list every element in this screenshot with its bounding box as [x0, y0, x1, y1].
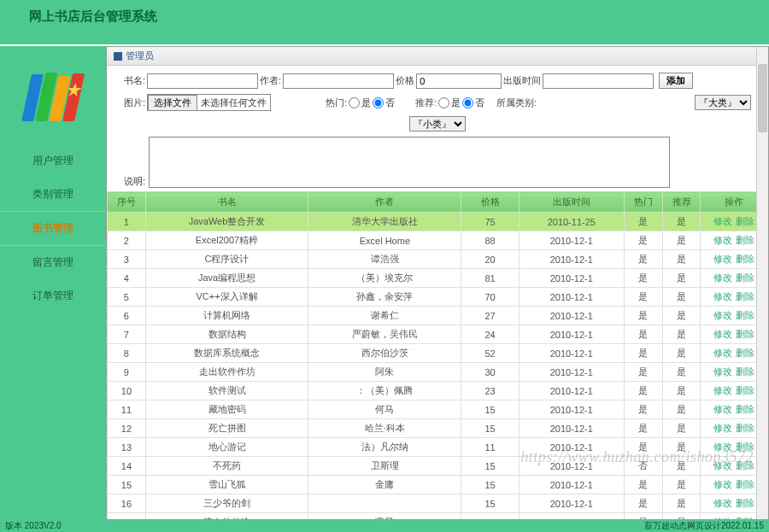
rec-no-radio[interactable] — [462, 97, 473, 108]
cell: 是 — [624, 213, 662, 231]
edit-link[interactable]: 修改 — [713, 254, 732, 264]
edit-link[interactable]: 修改 — [713, 329, 732, 339]
cell: 阿朱 — [308, 363, 461, 382]
table-row[interactable]: 12死亡拼图哈兰·科本152010-12-1是是修改删除 — [108, 419, 768, 438]
cell: 是 — [662, 213, 701, 231]
logo — [0, 55, 106, 136]
delete-link[interactable]: 删除 — [736, 235, 754, 245]
scrollbar[interactable] — [756, 47, 768, 519]
cell: 是 — [624, 400, 662, 419]
delete-link[interactable]: 删除 — [736, 254, 754, 264]
table-row[interactable]: 16三少爷的剑152010-12-1是是修改删除 — [108, 494, 768, 513]
cell: 2010-12-1 — [519, 325, 624, 344]
table-row[interactable]: 9走出软件作坊阿朱302010-12-1是是修改删除 — [108, 363, 768, 382]
cell: 88 — [461, 231, 519, 250]
delete-link[interactable]: 删除 — [736, 404, 754, 414]
delete-link[interactable]: 删除 — [736, 479, 754, 489]
cell: 10 — [108, 382, 146, 400]
delete-link[interactable]: 删除 — [736, 517, 754, 519]
cell: 8 — [108, 344, 146, 363]
desc-textarea[interactable] — [149, 137, 670, 188]
delete-link[interactable]: 删除 — [736, 329, 754, 339]
edit-link[interactable]: 修改 — [713, 291, 732, 301]
cell: 2010-12-1 — [519, 250, 624, 269]
edit-link[interactable]: 修改 — [713, 441, 732, 452]
hot-yes-radio[interactable] — [349, 97, 360, 108]
delete-link[interactable]: 删除 — [736, 498, 754, 508]
name-label: 书名: — [124, 74, 145, 87]
add-button[interactable]: 添加 — [659, 73, 693, 89]
edit-link[interactable]: 修改 — [713, 385, 732, 395]
author-label: 作者: — [260, 74, 281, 87]
cell: 12 — [108, 419, 146, 438]
cell: 是 — [662, 382, 701, 400]
edit-link[interactable]: 修改 — [713, 366, 732, 377]
smallcat-select[interactable]: 『小类』 — [409, 116, 466, 132]
edit-link[interactable]: 修改 — [713, 235, 732, 245]
delete-link[interactable]: 删除 — [736, 216, 754, 226]
table-row[interactable]: 13地心游记法）凡尔纳112010-12-1是是修改删除 — [108, 438, 768, 457]
edit-link[interactable]: 修改 — [713, 517, 732, 519]
delete-link[interactable]: 删除 — [736, 385, 754, 395]
edit-link[interactable]: 修改 — [713, 216, 732, 226]
table-row[interactable]: 3C程序设计谭浩强202010-12-1是是修改删除 — [108, 250, 768, 269]
delete-link[interactable]: 删除 — [736, 423, 754, 433]
sidebar-item-orders[interactable]: 订单管理 — [0, 279, 106, 313]
cell: 西尔伯沙茨 — [308, 344, 461, 363]
scrollbar-thumb[interactable] — [758, 64, 767, 132]
sidebar-item-books[interactable]: 图书管理 — [0, 211, 106, 246]
delete-link[interactable]: 删除 — [736, 366, 754, 377]
edit-link[interactable]: 修改 — [713, 272, 732, 283]
table-row[interactable]: 7数据结构严蔚敏，吴伟民242010-12-1是是修改删除 — [108, 325, 768, 344]
delete-link[interactable]: 删除 — [736, 310, 754, 320]
table-row[interactable]: 5VC++深入详解孙鑫，余安萍702010-12-1是是修改删除 — [108, 288, 768, 307]
cell: C程序设计 — [145, 250, 308, 269]
table-row[interactable]: 1JavaWeb整合开发清华大学出版社752010-11-25是是修改删除 — [108, 213, 768, 231]
cell: 法）凡尔纳 — [308, 438, 461, 457]
table-row[interactable]: 6计算机网络谢希仁272010-12-1是是修改删除 — [108, 307, 768, 325]
pubtime-input[interactable] — [543, 73, 654, 89]
table-row[interactable]: 17流血的仕途曹昇162010-12-1是是修改删除 — [108, 513, 768, 520]
cell: 2010-12-1 — [519, 231, 624, 250]
delete-link[interactable]: 删除 — [736, 460, 754, 471]
cell: 是 — [662, 419, 701, 438]
delete-link[interactable]: 删除 — [736, 272, 754, 283]
price-input[interactable] — [416, 73, 502, 89]
col-header: 作者 — [308, 192, 461, 213]
sidebar-item-categories[interactable]: 类别管理 — [0, 178, 106, 211]
cell: 7 — [108, 325, 146, 344]
cell: 9 — [108, 363, 146, 382]
sidebar-item-users[interactable]: 用户管理 — [0, 144, 106, 178]
delete-link[interactable]: 删除 — [736, 441, 754, 452]
table-row[interactable]: 8数据库系统概念西尔伯沙茨522010-12-1是是修改删除 — [108, 344, 768, 363]
table-row[interactable]: 10软件测试：（美）佩腾232010-12-1是是修改删除 — [108, 382, 768, 400]
edit-link[interactable]: 修改 — [713, 348, 732, 358]
choose-file-button[interactable]: 选择文件 — [148, 95, 197, 111]
table-row[interactable]: 11藏地密码何马152010-12-1是是修改删除 — [108, 400, 768, 419]
panel-icon — [114, 52, 122, 61]
edit-link[interactable]: 修改 — [713, 404, 732, 414]
edit-link[interactable]: 修改 — [713, 423, 732, 433]
table-row[interactable]: 2Excel2007精粹Excel Home882010-12-1是是修改删除 — [108, 231, 768, 250]
table-row[interactable]: 4Java编程思想（美）埃克尔812010-12-1是是修改删除 — [108, 269, 768, 288]
edit-link[interactable]: 修改 — [713, 479, 732, 489]
bigcat-select[interactable]: 『大类』 — [695, 95, 751, 110]
edit-link[interactable]: 修改 — [713, 498, 732, 508]
edit-link[interactable]: 修改 — [713, 460, 732, 471]
author-input[interactable] — [283, 73, 394, 89]
cell: 2010-12-1 — [519, 344, 624, 363]
image-label: 图片: — [124, 96, 145, 109]
hot-label: 热门: — [326, 96, 347, 109]
table-row[interactable]: 14不死药卫斯理152010-12-1否是修改删除 — [108, 457, 768, 476]
table-row[interactable]: 15雪山飞狐金庸152010-12-1是是修改删除 — [108, 476, 768, 494]
page-title: 网上书店后台管理系统 — [29, 9, 769, 25]
rec-yes-radio[interactable] — [438, 97, 449, 108]
form-area: 书名: 作者: 价格 出版时间 添加 图片: 选择文件 未选择任何文件 热门: — [107, 66, 768, 191]
delete-link[interactable]: 删除 — [736, 348, 754, 358]
edit-link[interactable]: 修改 — [713, 310, 732, 320]
delete-link[interactable]: 删除 — [736, 291, 754, 301]
cell: 2010-12-1 — [519, 438, 624, 457]
hot-no-radio[interactable] — [373, 97, 384, 108]
sidebar-item-messages[interactable]: 留言管理 — [0, 246, 106, 279]
name-input[interactable] — [147, 73, 258, 89]
